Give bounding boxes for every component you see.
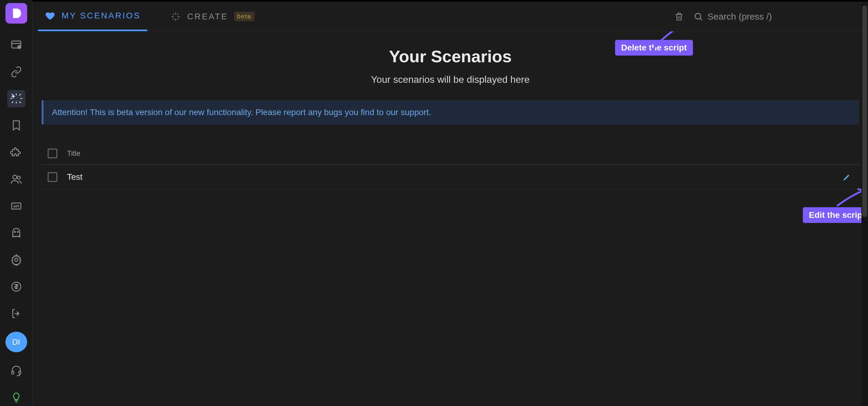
sparkle-small-icon bbox=[170, 11, 181, 22]
svg-rect-13 bbox=[12, 371, 14, 374]
select-all-checkbox[interactable] bbox=[48, 149, 57, 158]
sparkle-icon[interactable] bbox=[7, 90, 25, 107]
browser-icon[interactable] bbox=[7, 36, 25, 54]
svg-line-16 bbox=[700, 18, 702, 20]
svg-point-15 bbox=[695, 13, 701, 19]
trash-icon bbox=[674, 11, 684, 22]
users-icon[interactable] bbox=[7, 171, 25, 188]
scenarios-table: Title Test bbox=[42, 143, 859, 190]
svg-point-11 bbox=[15, 258, 18, 261]
tab-label: CREATE bbox=[187, 12, 228, 22]
svg-text:API: API bbox=[13, 204, 19, 208]
annotation-delete-tooltip: Delete the script bbox=[615, 40, 693, 56]
tab-my-scenarios[interactable]: MY SCENARIOS bbox=[38, 2, 147, 31]
pencil-icon bbox=[843, 173, 851, 181]
avatar[interactable]: DI bbox=[5, 332, 27, 352]
main: MY SCENARIOS CREATE beta Your Scen bbox=[33, 0, 868, 406]
tab-label: MY SCENARIOS bbox=[62, 11, 141, 21]
search-wrap bbox=[693, 11, 863, 22]
logout-icon[interactable] bbox=[7, 305, 25, 322]
row-title: Test bbox=[67, 172, 831, 182]
topbar: MY SCENARIOS CREATE beta bbox=[33, 2, 868, 31]
bookmark-icon[interactable] bbox=[7, 117, 25, 134]
svg-point-5 bbox=[13, 175, 17, 179]
svg-rect-14 bbox=[19, 371, 21, 374]
annotation-edit-tooltip: Edit the script bbox=[803, 207, 868, 223]
tab-create[interactable]: CREATE beta bbox=[163, 2, 261, 31]
app-logo[interactable] bbox=[5, 3, 27, 24]
scrollbar[interactable] bbox=[861, 4, 868, 406]
delete-button[interactable] bbox=[672, 9, 686, 24]
sidebar: API DI bbox=[0, 0, 33, 406]
beta-alert: Attention! This is beta version of our n… bbox=[42, 100, 859, 124]
link-icon[interactable] bbox=[7, 63, 25, 80]
content: Your Scenarios Your scenarios will be di… bbox=[33, 31, 868, 406]
beta-badge: beta bbox=[234, 12, 254, 21]
dollar-icon[interactable] bbox=[7, 278, 25, 295]
api-icon[interactable]: API bbox=[7, 198, 25, 215]
search-icon bbox=[693, 12, 703, 22]
search-input[interactable] bbox=[707, 11, 863, 22]
column-title: Title bbox=[67, 149, 80, 158]
page-title: Your Scenarios bbox=[42, 47, 859, 66]
ghost-icon[interactable] bbox=[7, 225, 25, 242]
scrollbar-thumb[interactable] bbox=[862, 5, 867, 217]
tabs: MY SCENARIOS CREATE beta bbox=[38, 2, 261, 31]
page-subtitle: Your scenarios will be displayed here bbox=[42, 74, 859, 85]
headset-icon[interactable] bbox=[7, 362, 25, 379]
avatar-initials: DI bbox=[12, 338, 20, 347]
gear-icon[interactable] bbox=[7, 251, 25, 268]
svg-point-10 bbox=[17, 231, 18, 232]
puzzle-icon[interactable] bbox=[7, 144, 25, 161]
lightbulb-icon[interactable] bbox=[7, 389, 25, 406]
svg-point-9 bbox=[14, 231, 15, 232]
svg-point-6 bbox=[17, 176, 20, 179]
row-checkbox[interactable] bbox=[48, 172, 57, 182]
edit-button[interactable] bbox=[841, 171, 853, 183]
table-header: Title bbox=[42, 143, 859, 165]
heart-icon bbox=[45, 10, 56, 21]
table-row[interactable]: Test bbox=[42, 165, 859, 190]
